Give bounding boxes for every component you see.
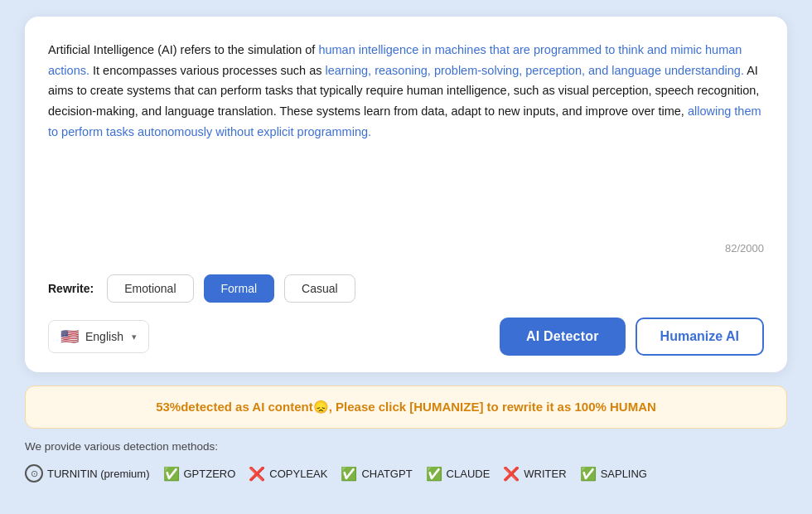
method-chatgpt-label: CHATGPT <box>361 468 412 480</box>
method-turnitin: ⊙ TURNITIN (premium) <box>25 464 150 482</box>
method-writer-label: WRITER <box>524 468 566 480</box>
controls-row: Rewrite: Emotional Formal Casual <box>48 271 764 303</box>
method-chatgpt: ✅ CHATGPT <box>341 466 412 482</box>
humanize-button[interactable]: Humanize AI <box>636 318 764 356</box>
chevron-down-icon: ▾ <box>132 332 137 342</box>
style-casual-button[interactable]: Casual <box>284 274 355 303</box>
style-formal-button[interactable]: Formal <box>204 274 275 303</box>
text-area-wrapper: Artificial Intelligence (AI) refers to t… <box>48 40 764 222</box>
action-buttons: AI Detector Humanize AI <box>500 318 764 356</box>
cross-icon-writer: ❌ <box>503 466 520 482</box>
cross-icon-copyleak: ❌ <box>249 466 265 482</box>
flag-icon: 🇺🇸 <box>60 327 79 346</box>
highlight-3: allowing them to perform tasks autonomou… <box>48 104 761 138</box>
check-icon-gptzero: ✅ <box>163 466 180 482</box>
method-gptzero: ✅ GPTZERO <box>163 466 236 482</box>
method-gptzero-label: GPTZERO <box>184 468 236 480</box>
rewrite-label: Rewrite: <box>48 282 94 295</box>
ai-text-content: Artificial Intelligence (AI) refers to t… <box>48 40 764 142</box>
method-claude: ✅ CLAUDE <box>426 466 491 482</box>
method-writer: ❌ WRITER <box>503 466 566 482</box>
methods-section: We provide various detection methods: ⊙ … <box>25 440 787 486</box>
action-row: 🇺🇸 English ▾ AI Detector Humanize AI <box>48 318 764 356</box>
turnitin-icon: ⊙ <box>25 464 43 482</box>
highlight-2: learning, reasoning, problem-solving, pe… <box>325 64 743 77</box>
method-sapling: ✅ SAPLING <box>580 466 647 482</box>
check-icon-chatgpt: ✅ <box>341 466 357 482</box>
language-label: English <box>85 330 123 343</box>
check-icon-sapling: ✅ <box>580 466 597 482</box>
main-container: Artificial Intelligence (AI) refers to t… <box>25 17 787 486</box>
methods-label: We provide various detection methods: <box>25 440 787 453</box>
method-turnitin-label: TURNITIN (premium) <box>47 468 150 480</box>
ai-detector-button[interactable]: AI Detector <box>500 318 626 356</box>
language-selector[interactable]: 🇺🇸 English ▾ <box>48 320 149 353</box>
char-count: 82/2000 <box>48 235 764 255</box>
method-copyleak-label: COPYLEAK <box>269 468 327 480</box>
style-emotional-button[interactable]: Emotional <box>107 274 193 303</box>
detection-methods-list: ⊙ TURNITIN (premium) ✅ GPTZERO ❌ COPYLEA… <box>25 461 787 486</box>
main-card: Artificial Intelligence (AI) refers to t… <box>25 17 787 372</box>
method-sapling-label: SAPLING <box>601 468 647 480</box>
check-icon-claude: ✅ <box>426 466 442 482</box>
method-copyleak: ❌ COPYLEAK <box>249 466 327 482</box>
detection-text: 53%detected as AI content😞, Please click… <box>156 400 656 414</box>
method-claude-label: CLAUDE <box>447 468 491 480</box>
detection-banner: 53%detected as AI content😞, Please click… <box>25 386 787 429</box>
